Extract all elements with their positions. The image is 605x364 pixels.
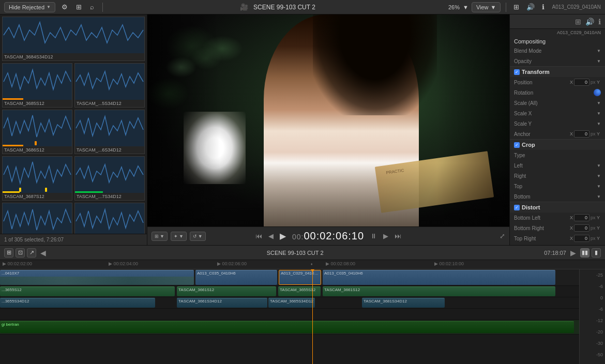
view-button[interactable]: View ▼ bbox=[472, 2, 501, 12]
crop-header[interactable]: ✓ Crop bbox=[510, 140, 605, 150]
list-item[interactable]: TASCAM_...8S34D12 bbox=[74, 203, 145, 234]
settings-icon[interactable]: ⚙ bbox=[59, 2, 70, 12]
pause-button[interactable]: ⏸ bbox=[370, 232, 377, 240]
db-label-neg6: -6 bbox=[580, 281, 605, 292]
clip-text: gi bertran bbox=[0, 322, 574, 327]
dropdown-arrow-format3: ▼ bbox=[198, 234, 203, 239]
timeline-timecode: 07:18:07 bbox=[544, 250, 566, 256]
crop-left-label: Left bbox=[514, 163, 596, 169]
inspector-audio-icon[interactable]: 🔊 bbox=[585, 18, 594, 26]
scale-x-label: Scale X bbox=[514, 111, 596, 116]
bottom-left-x-field[interactable] bbox=[574, 214, 589, 221]
position-label: Position bbox=[514, 80, 570, 85]
waveform-display bbox=[75, 203, 144, 234]
inspector-browser-icon[interactable]: ⊞ bbox=[575, 18, 581, 26]
audio-clip-1d[interactable]: TASCAM_3661S12 bbox=[323, 286, 555, 296]
audio-track-1: ...3655S12 TASCAM_3661S12 TASCAM_3655S12… bbox=[0, 286, 605, 297]
format-button-1[interactable]: ⊞ ▼ bbox=[152, 232, 168, 241]
prev-frame-button[interactable]: ◀ bbox=[268, 232, 274, 240]
scale-x-dropdown: ▼ bbox=[597, 111, 601, 116]
list-item[interactable]: TASCAM_3686S12 bbox=[2, 110, 72, 154]
toolbar-separator-2 bbox=[506, 3, 506, 12]
position-x-field[interactable] bbox=[574, 79, 589, 86]
timeline-db-panel: -25 -6 0 -6 -12 -20 -30 -50 bbox=[579, 269, 605, 364]
clip-label: TASCAM_3686S12 bbox=[3, 146, 72, 154]
crop-checkbox[interactable]: ✓ bbox=[514, 142, 520, 148]
clip-thumbnail bbox=[75, 157, 144, 193]
top-right-x-field[interactable] bbox=[574, 235, 589, 242]
viewer-left-controls: ⊞ ▼ ✦ ▼ ↺ ▼ bbox=[152, 232, 206, 241]
audio-clip-2a[interactable]: ...3655S34D12 bbox=[0, 298, 155, 308]
video-clip-4[interactable]: A013_C035_0410H6 bbox=[323, 270, 555, 285]
list-item[interactable]: TASCAM_...6S34D12 bbox=[74, 110, 145, 154]
opacity-label: Opacity bbox=[514, 58, 596, 64]
audio-clip-1c[interactable]: TASCAM_3655S12 bbox=[278, 286, 321, 296]
audio-clip-2c[interactable]: TASCAM_3665S34D12 bbox=[268, 298, 315, 308]
transform-header[interactable]: ✓ Transform bbox=[510, 67, 605, 77]
audio-clip-1a[interactable]: ...3655S12 bbox=[0, 286, 175, 296]
timeline-zoom-reset-button[interactable]: ▮ bbox=[592, 248, 601, 257]
distort-title: Distort bbox=[522, 204, 540, 210]
bottom-right-x-field[interactable] bbox=[574, 224, 589, 232]
next-frame-button[interactable]: ▶ bbox=[383, 232, 388, 240]
hide-rejected-label: Hide Rejected bbox=[9, 4, 44, 10]
list-item[interactable]: TASCAM_3688S12 bbox=[2, 203, 72, 234]
zoom-icon[interactable]: ⌕ bbox=[88, 2, 96, 12]
list-item[interactable]: TASCAM_...7S34D12 bbox=[74, 156, 145, 201]
viewer: PRACTIC bbox=[147, 14, 509, 226]
distort-checkbox[interactable]: ✓ bbox=[514, 205, 520, 210]
scale-y-dropdown: ▼ bbox=[597, 122, 601, 126]
timeline-toolbar: ⊞ ⊡ ↗ ◀ SCENE 99-103 CUT 2 07:18:07 ▶ ▮▮… bbox=[0, 246, 605, 260]
format-button-3[interactable]: ↺ ▼ bbox=[190, 232, 206, 241]
distort-header[interactable]: ✓ Distort bbox=[510, 202, 605, 213]
audio-clip-2d[interactable]: TASCAM_3681S34D12 bbox=[362, 298, 445, 308]
timeline-zoom-in-button[interactable]: ▮▮ bbox=[580, 248, 589, 257]
scale-all-label: Scale (All) bbox=[514, 100, 596, 106]
timeline-arrow-button[interactable]: ↗ bbox=[27, 248, 36, 257]
timecode-value: 00:02:06:10 bbox=[304, 230, 364, 241]
go-to-end-button[interactable]: ⏭ bbox=[395, 232, 401, 240]
video-clip-1[interactable]: ...0410X7 bbox=[0, 270, 194, 285]
dropdown-arrow-icon: ▼ bbox=[47, 5, 51, 9]
audio-clip-1b[interactable]: TASCAM_3661S12 bbox=[177, 286, 276, 296]
playhead bbox=[312, 269, 313, 364]
clip-label: TASCAM_...5S34D12 bbox=[75, 100, 144, 107]
list-item[interactable]: TASCAM_3684S34D12 bbox=[2, 17, 145, 61]
video-clip-2[interactable]: A013_C035_0410H6 bbox=[195, 270, 277, 285]
format-button-2[interactable]: ✦ ▼ bbox=[171, 232, 187, 241]
fullscreen-button[interactable]: ⤢ bbox=[500, 232, 505, 240]
camera-icon[interactable]: 🎥 bbox=[238, 2, 250, 12]
list-item[interactable]: TASCAM_...5S34D12 bbox=[74, 63, 145, 108]
info-icon[interactable]: ℹ bbox=[540, 2, 547, 12]
transform-title: Transform bbox=[522, 69, 550, 75]
list-item[interactable]: TASCAM_3685S12 bbox=[2, 63, 72, 108]
timeline-ruler: ▶ 00:02:02:00 ▶ 00:02:04:00 ▶ 00:02:06:0… bbox=[0, 260, 605, 269]
clip-text: TASCAM_3661S12 bbox=[177, 287, 276, 293]
hide-rejected-button[interactable]: Hide Rejected ▼ bbox=[4, 2, 55, 12]
rotation-control[interactable] bbox=[594, 89, 601, 96]
view-options-icon[interactable]: ⊞ bbox=[74, 2, 84, 12]
browser-icon[interactable]: ⊞ bbox=[511, 2, 521, 12]
go-to-start-button[interactable]: ⏮ bbox=[255, 232, 262, 240]
inspector-info-icon[interactable]: ℹ bbox=[598, 18, 601, 26]
label-clip[interactable]: gi bertran bbox=[0, 321, 574, 333]
timecode-display: 00:00:02:06:10 bbox=[292, 230, 364, 242]
timeline-prev-button[interactable]: ◀ bbox=[40, 249, 46, 257]
list-item[interactable]: TASCAM_3687S12 bbox=[2, 156, 72, 201]
center-panel: PRACTIC ⊞ ▼ ✦ ▼ bbox=[147, 14, 509, 245]
play-button[interactable]: ▶ bbox=[280, 231, 286, 241]
video-clip-selected[interactable]: A013_C029_0410AN bbox=[279, 270, 321, 285]
svg-rect-3 bbox=[4, 110, 71, 146]
ruler-label-4: ▶ 00:02:08:00 bbox=[326, 261, 355, 266]
timeline-next-button[interactable]: ▶ bbox=[570, 249, 576, 257]
audio-icon[interactable]: 🔊 bbox=[524, 2, 537, 12]
zoom-dropdown-icon: ▼ bbox=[463, 4, 468, 10]
zoom-level: 26% bbox=[448, 4, 460, 10]
anchor-x-field[interactable] bbox=[574, 130, 589, 138]
bottom-left-label: Bottom Left bbox=[514, 215, 570, 221]
transform-checkbox[interactable]: ✓ bbox=[514, 69, 520, 75]
scale-y-label: Scale Y bbox=[514, 121, 596, 127]
timeline-settings-button[interactable]: ⊡ bbox=[16, 248, 25, 257]
audio-clip-2b[interactable]: TASCAM_3661S34D12 bbox=[177, 298, 267, 308]
timeline-zoom-out-button[interactable]: ⊞ bbox=[4, 248, 13, 257]
